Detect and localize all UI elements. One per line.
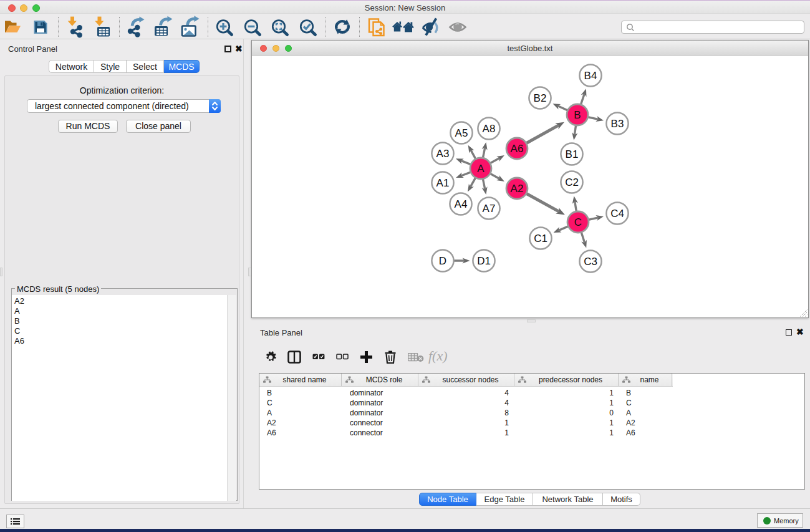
svg-text:D1: D1 — [477, 255, 491, 267]
svg-text:C3: C3 — [584, 256, 597, 268]
svg-text:A5: A5 — [455, 127, 468, 139]
svg-text:A8: A8 — [483, 123, 496, 135]
svg-text:A4: A4 — [455, 198, 468, 210]
svg-text:C4: C4 — [610, 208, 624, 220]
svg-text:A1: A1 — [436, 177, 450, 189]
svg-text:A6: A6 — [511, 143, 524, 155]
svg-text:B2: B2 — [534, 92, 547, 104]
svg-text:D: D — [439, 255, 446, 267]
svg-text:A7: A7 — [483, 203, 496, 215]
svg-text:C2: C2 — [565, 177, 579, 188]
svg-text:A3: A3 — [436, 148, 450, 160]
svg-text:A: A — [477, 163, 485, 175]
svg-text:A2: A2 — [511, 183, 524, 195]
svg-text:C1: C1 — [534, 233, 547, 244]
svg-text:B4: B4 — [584, 70, 597, 82]
svg-text:B3: B3 — [611, 118, 624, 130]
svg-text:B1: B1 — [566, 148, 579, 160]
svg-text:C: C — [574, 216, 582, 228]
svg-text:B: B — [574, 109, 581, 121]
